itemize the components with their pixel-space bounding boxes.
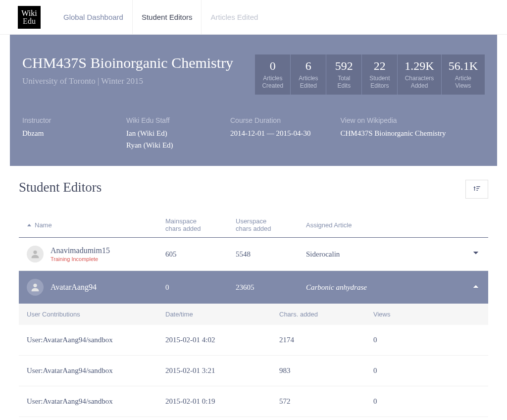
contrib-page: User:AvatarAang94/sandbox bbox=[27, 367, 165, 375]
col-date-time: Date/time bbox=[165, 311, 279, 318]
svg-point-1 bbox=[33, 284, 37, 287]
nav-student-editors[interactable]: Student Editors bbox=[133, 0, 202, 35]
stat-value: 56.1K bbox=[449, 59, 478, 73]
stat-articles-created: 0 ArticlesCreated bbox=[255, 54, 291, 95]
section-title: Student Editors bbox=[19, 180, 101, 195]
meta-instructor: Instructor Dbzam bbox=[22, 116, 97, 151]
staff-link[interactable]: Ian (Wiki Ed) bbox=[126, 129, 167, 137]
stat-value: 0 bbox=[262, 59, 283, 73]
course-subtitle: University of Toronto | Winter 2015 bbox=[22, 76, 233, 86]
course-meta: Instructor Dbzam Wiki Edu Staff Ian (Wik… bbox=[22, 116, 485, 151]
stat-label: StudentEditors bbox=[369, 75, 390, 90]
nav-articles-edited[interactable]: Articles Edited bbox=[202, 0, 267, 35]
stat-value: 22 bbox=[369, 59, 390, 73]
contrib-views: 0 bbox=[373, 336, 480, 344]
duration-value: 2014-12-01 — 2015-04-30 bbox=[230, 127, 310, 139]
training-incomplete-badge: Training Incomplete bbox=[51, 256, 110, 262]
contrib-chars: 983 bbox=[279, 367, 373, 375]
collapse-toggle[interactable] bbox=[460, 282, 480, 293]
userspace-chars: 5548 bbox=[236, 250, 306, 259]
col-assigned[interactable]: Assigned Article bbox=[306, 221, 460, 229]
stat-label: TotalEdits bbox=[333, 75, 355, 90]
stat-label: ArticlesEdited bbox=[298, 75, 319, 90]
stat-total-edits: 592 TotalEdits bbox=[326, 54, 362, 95]
contrib-page: User:AvatarAang94/sandbox bbox=[27, 336, 165, 344]
avatar bbox=[27, 279, 44, 296]
col-user-contributions: User Contributions bbox=[27, 311, 165, 318]
assigned-article: Carbonic anhydrase bbox=[306, 283, 460, 292]
userspace-chars: 23605 bbox=[236, 283, 306, 292]
chevron-down-icon bbox=[471, 249, 480, 258]
course-title: CHM437S Bioinorganic Chemistry bbox=[22, 54, 233, 71]
stat-label: ArticlesCreated bbox=[262, 75, 283, 90]
nav-global-dashboard[interactable]: Global Dashboard bbox=[54, 0, 133, 35]
assigned-article: Siderocalin bbox=[306, 250, 460, 259]
col-name[interactable]: Name bbox=[27, 221, 165, 229]
svg-point-0 bbox=[33, 251, 37, 254]
instructor-name[interactable]: Dbzam bbox=[22, 127, 97, 139]
contrib-datetime: 2015-02-01 0:19 bbox=[165, 397, 279, 406]
meta-label: Instructor bbox=[22, 116, 97, 124]
logo-text-1: Wiki bbox=[21, 9, 37, 17]
stat-article-views: 56.1K ArticleViews bbox=[442, 54, 485, 95]
logo-text-2: Edu bbox=[23, 17, 36, 25]
meta-label: Course Duration bbox=[230, 116, 310, 124]
table-row[interactable]: Anavimadumim15 Training Incomplete 605 5… bbox=[19, 238, 488, 271]
student-name: Anavimadumim15 bbox=[51, 246, 110, 255]
contribution-row[interactable]: User:AvatarAang94/sandbox 2015-02-01 0:1… bbox=[19, 386, 488, 417]
col-mainspace[interactable]: Mainspacechars added bbox=[165, 217, 236, 232]
expand-toggle[interactable] bbox=[460, 249, 480, 260]
sort-caret-icon bbox=[27, 223, 32, 228]
contributions-header: User Contributions Date/time Chars. adde… bbox=[19, 304, 488, 325]
main-nav: Global Dashboard Student Editors Article… bbox=[54, 0, 267, 35]
contrib-views: 0 bbox=[373, 367, 480, 375]
stats-bar: 0 ArticlesCreated 6 ArticlesEdited 592 T… bbox=[255, 54, 485, 95]
stat-value: 1.29K bbox=[405, 59, 434, 73]
col-chars-added: Chars. added bbox=[279, 311, 373, 318]
meta-staff: Wiki Edu Staff Ian (Wiki Ed) Ryan (Wiki … bbox=[126, 116, 201, 151]
section-header: Student Editors bbox=[19, 180, 488, 199]
meta-label: Wiki Edu Staff bbox=[126, 116, 201, 124]
stat-label: ArticleViews bbox=[449, 75, 478, 90]
wikipedia-link[interactable]: CHM437S Bioinorganic Chemistry bbox=[340, 127, 446, 139]
content: Student Editors Name Mainspacechars adde… bbox=[10, 166, 497, 420]
students-table: Name Mainspacechars added Userspacechars… bbox=[19, 212, 488, 420]
meta-wikipedia: View on Wikipedia CHM437S Bioinorganic C… bbox=[340, 116, 446, 151]
table-row[interactable]: AvatarAang94 0 23605 Carbonic anhydrase bbox=[19, 271, 488, 304]
course-heading: CHM437S Bioinorganic Chemistry Universit… bbox=[22, 54, 233, 86]
sort-icon bbox=[472, 185, 481, 194]
staff-link[interactable]: Ryan (Wiki Ed) bbox=[126, 141, 173, 149]
contrib-views: 0 bbox=[373, 397, 480, 406]
stat-student-editors: 22 StudentEditors bbox=[362, 54, 398, 95]
contrib-chars: 572 bbox=[279, 397, 373, 406]
stat-value: 592 bbox=[333, 59, 355, 73]
stat-articles-edited: 6 ArticlesEdited bbox=[291, 54, 326, 95]
person-icon bbox=[30, 282, 41, 293]
page: CHM437S Bioinorganic Chemistry Universit… bbox=[10, 35, 497, 420]
table-header: Name Mainspacechars added Userspacechars… bbox=[19, 212, 488, 238]
col-userspace[interactable]: Userspacechars added bbox=[236, 217, 306, 232]
contrib-datetime: 2015-02-01 3:21 bbox=[165, 367, 279, 375]
sort-button[interactable] bbox=[465, 180, 488, 199]
col-views: Views bbox=[373, 311, 480, 318]
contrib-page: User:AvatarAang94/sandbox bbox=[27, 397, 165, 406]
avatar bbox=[27, 246, 44, 262]
stat-characters-added: 1.29K CharactersAdded bbox=[398, 54, 441, 95]
topbar: Wiki Edu Global Dashboard Student Editor… bbox=[0, 0, 507, 35]
stat-label: CharactersAdded bbox=[405, 75, 434, 90]
contrib-chars: 2174 bbox=[279, 336, 373, 344]
wikiedu-logo[interactable]: Wiki Edu bbox=[18, 6, 41, 29]
chevron-up-icon bbox=[471, 282, 480, 291]
meta-duration: Course Duration 2014-12-01 — 2015-04-30 bbox=[230, 116, 310, 151]
contributions-panel: User Contributions Date/time Chars. adde… bbox=[19, 304, 488, 420]
course-banner: CHM437S Bioinorganic Chemistry Universit… bbox=[10, 35, 497, 166]
mainspace-chars: 0 bbox=[165, 283, 236, 292]
staff-names: Ian (Wiki Ed) Ryan (Wiki Ed) bbox=[126, 127, 201, 151]
view-more-contributions[interactable]: View More Contributions bbox=[19, 417, 488, 420]
mainspace-chars: 605 bbox=[165, 250, 236, 259]
contribution-row[interactable]: User:AvatarAang94/sandbox 2015-02-01 4:0… bbox=[19, 325, 488, 356]
contribution-row[interactable]: User:AvatarAang94/sandbox 2015-02-01 3:2… bbox=[19, 356, 488, 386]
contrib-datetime: 2015-02-01 4:02 bbox=[165, 336, 279, 344]
stat-value: 6 bbox=[298, 59, 319, 73]
person-icon bbox=[30, 249, 41, 260]
